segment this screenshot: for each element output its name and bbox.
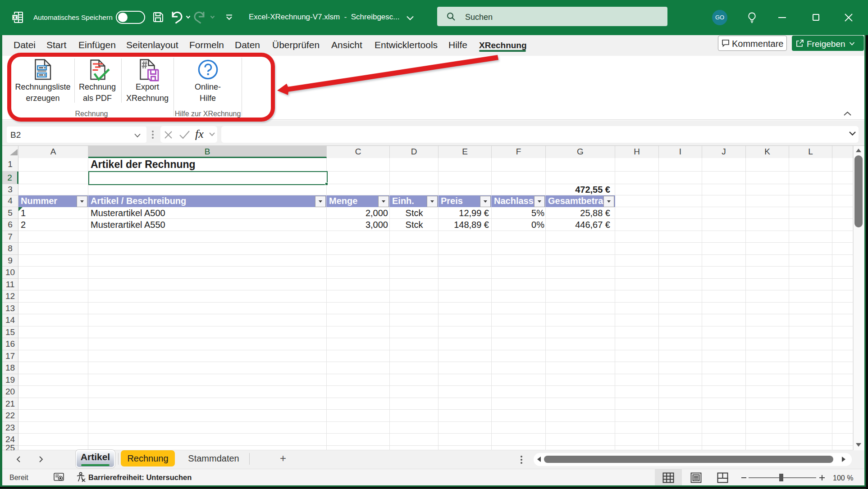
svg-text:X: X [14, 15, 17, 20]
